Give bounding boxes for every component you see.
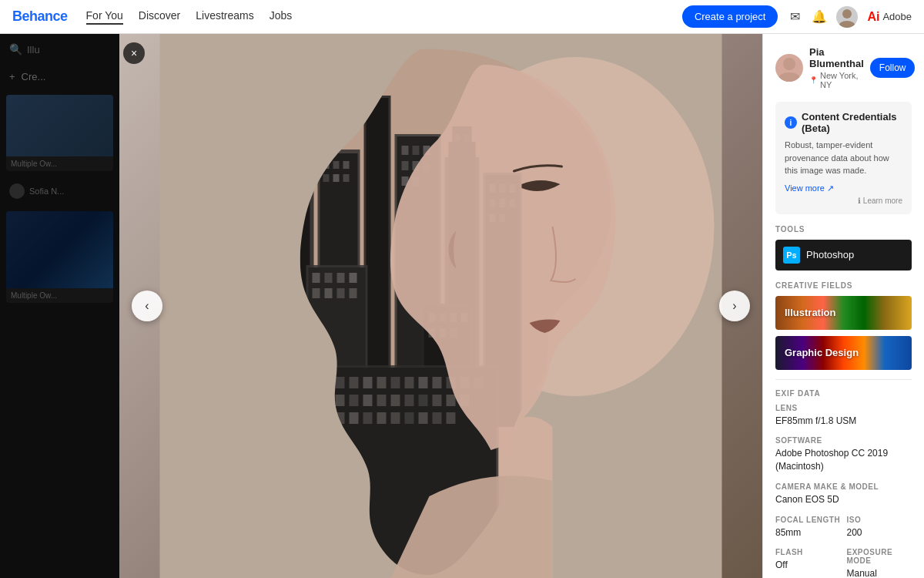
- next-arrow-button[interactable]: ›: [719, 291, 750, 321]
- navbar: Behance For You Discover Livestreams Job…: [0, 0, 924, 34]
- photoshop-label: Photoshop: [806, 249, 854, 260]
- exif-camera: CAMERA MAKE & MODEL Canon EOS 5D: [775, 482, 912, 506]
- prev-arrow-button[interactable]: ‹: [132, 291, 162, 321]
- mail-icon[interactable]: ✉: [787, 9, 802, 25]
- svg-point-1: [839, 21, 855, 28]
- divider-1: [775, 379, 912, 380]
- artwork-svg: [119, 34, 762, 578]
- exif-flash: FLASH Off: [775, 548, 841, 578]
- graphic-design-label: Graphic Design: [775, 347, 868, 358]
- follow-button[interactable]: Follow: [870, 58, 916, 78]
- nav-for-you[interactable]: For You: [86, 9, 123, 25]
- exif-software-label: SOFTWARE: [775, 436, 912, 445]
- info-icon: i: [785, 116, 797, 129]
- external-link-icon: ↗: [827, 183, 834, 193]
- right-panel: Pia Blumenthal 📍 New York, NY Follow i C…: [762, 34, 924, 578]
- nav-discover[interactable]: Discover: [139, 9, 180, 25]
- author-location: 📍 New York, NY: [809, 71, 864, 89]
- svg-point-102: [783, 58, 795, 70]
- author-location-text: New York, NY: [820, 71, 864, 89]
- nav-livestreams[interactable]: Livestreams: [196, 9, 253, 25]
- user-avatar[interactable]: [836, 6, 858, 28]
- exif-row-focal-iso: FOCAL LENGTH 85mm ISO 200: [775, 516, 912, 549]
- author-name[interactable]: Pia Blumenthal: [809, 46, 864, 69]
- author-section: Pia Blumenthal 📍 New York, NY Follow: [775, 46, 912, 89]
- info-small-icon: ℹ: [858, 197, 861, 205]
- behance-logo[interactable]: Behance: [12, 8, 68, 25]
- main-area: 🔍 Illu + Cre... Multiple Ow... Sofia N..…: [0, 34, 924, 578]
- exif-lens-value: EF85mm f/1.8 USM: [775, 415, 912, 428]
- photoshop-tool-badge[interactable]: Ps Photoshop: [775, 240, 912, 271]
- exif-lens: LENS EF85mm f/1.8 USM: [775, 404, 912, 428]
- location-icon: 📍: [809, 76, 818, 84]
- exif-iso: ISO 200: [847, 516, 912, 539]
- svg-point-0: [842, 9, 852, 18]
- bell-icon[interactable]: 🔔: [812, 9, 827, 25]
- author-avatar: [775, 54, 803, 82]
- credentials-title: i Content Credentials (Beta): [785, 111, 902, 134]
- exif-exposure-label: EXPOSURE MODE: [847, 548, 912, 565]
- exif-software-value: Adobe Photoshop CC 2019(Macintosh): [775, 447, 912, 473]
- exif-camera-label: CAMERA MAKE & MODEL: [775, 482, 912, 491]
- exif-row-flash-exposure: FLASH Off EXPOSURE MODE Manual: [775, 548, 912, 578]
- exif-focal-value: 85mm: [775, 526, 841, 539]
- adobe-logo-icon: Ai: [867, 10, 879, 24]
- nav-links: For You Discover Livestreams Jobs: [86, 9, 293, 25]
- nav-right: Create a project ✉ 🔔 Ai Adobe: [682, 5, 912, 28]
- credentials-description: Robust, tamper-evident provenance data a…: [785, 139, 902, 177]
- exif-focal-label: FOCAL LENGTH: [775, 516, 841, 524]
- artwork: [119, 34, 762, 578]
- exif-iso-label: ISO: [847, 516, 912, 524]
- exif-iso-value: 200: [847, 526, 912, 539]
- svg-point-103: [778, 72, 800, 82]
- close-button[interactable]: ×: [123, 42, 145, 64]
- credentials-box: i Content Credentials (Beta) Robust, tam…: [775, 102, 912, 214]
- tools-header: TOOLS: [775, 225, 912, 234]
- exif-header: EXIF DATA: [775, 389, 912, 398]
- exif-flash-value: Off: [775, 559, 841, 572]
- exif-exposure: EXPOSURE MODE Manual: [847, 548, 912, 578]
- exif-flash-label: FLASH: [775, 548, 841, 556]
- left-sidebar: 🔍 Illu + Cre... Multiple Ow... Sofia N..…: [0, 34, 119, 578]
- exif-camera-value: Canon EOS 5D: [775, 493, 912, 506]
- ps-icon: Ps: [783, 247, 800, 264]
- illustration-label: Illustration: [775, 307, 845, 318]
- image-panel: ‹ ›: [119, 34, 762, 578]
- exif-software: SOFTWARE Adobe Photoshop CC 2019(Macinto…: [775, 436, 912, 473]
- learn-more-link[interactable]: ℹ Learn more: [785, 197, 902, 205]
- create-project-button[interactable]: Create a project: [682, 5, 778, 28]
- exif-section: LENS EF85mm f/1.8 USM SOFTWARE Adobe Pho…: [775, 404, 912, 579]
- nav-jobs[interactable]: Jobs: [270, 9, 293, 25]
- illustration-field[interactable]: Illustration: [775, 296, 912, 330]
- adobe-link[interactable]: Ai Adobe: [867, 10, 912, 24]
- exif-exposure-value: Manual: [847, 567, 912, 578]
- creative-fields-header: CREATIVE FIELDS: [775, 281, 912, 290]
- view-more-link[interactable]: View more ↗: [785, 183, 902, 193]
- exif-lens-label: LENS: [775, 404, 912, 412]
- graphic-design-field[interactable]: Graphic Design: [775, 336, 912, 370]
- adobe-label: Adobe: [882, 11, 912, 22]
- author-info: Pia Blumenthal 📍 New York, NY: [809, 46, 864, 89]
- exif-focal: FOCAL LENGTH 85mm: [775, 516, 841, 539]
